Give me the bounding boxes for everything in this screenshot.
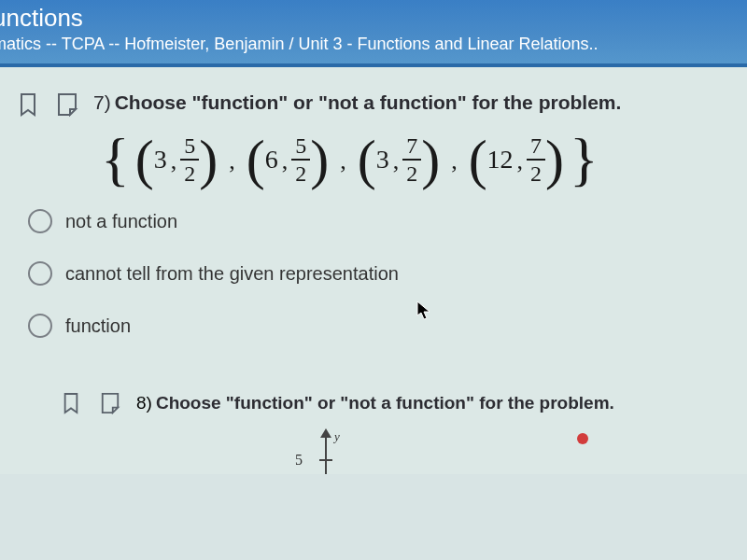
plot-point [577,433,588,444]
question-prompt: Choose "function" or "not a function" fo… [156,393,614,413]
option-label: not a function [65,211,177,232]
option-function[interactable]: function [28,314,738,338]
question-7-text: 7)Choose "function" or "not a function" … [93,91,621,114]
option-not-a-function[interactable]: not a function [28,209,738,233]
option-cannot-tell[interactable]: cannot tell from the given representatio… [28,261,738,286]
answer-options: not a function cannot tell from the give… [15,202,738,338]
axis-label: y [334,429,340,444]
ordered-pair-4: ( 12 , 72 ) [469,134,564,185]
bookmark-icon[interactable] [15,91,41,118]
option-label: function [65,315,131,337]
graph-axis-fragment: 5 y [15,431,738,474]
question-number: 7) [93,91,111,113]
question-prompt: Choose "function" or "not a function" fo… [115,91,622,113]
breadcrumb[interactable]: matics -- TCPA -- Hofmeister, Benjamin /… [0,33,747,54]
ordered-pair-3: ( 3 , 72 ) [358,134,440,185]
ordered-pair-2: ( 6 , 52 ) [247,134,329,185]
right-brace: } [570,139,599,181]
ordered-pair-1: ( 3 , 52 ) [135,134,218,185]
question-7: 7)Choose "function" or "not a function" … [15,91,738,338]
question-8-text: 8)Choose "function" or "not a function" … [136,393,614,413]
question-number: 8) [136,393,152,413]
content-area: 7)Choose "function" or "not a function" … [0,67,747,474]
radio-icon[interactable] [28,314,52,338]
bookmark-icon[interactable] [58,390,84,416]
y-axis [325,431,327,474]
radio-icon[interactable] [28,261,52,286]
note-icon[interactable] [54,91,80,118]
left-brace: { [101,139,130,181]
option-label: cannot tell from the given representatio… [65,263,399,285]
page-title: unctions [0,4,747,33]
tick-label: 5 [295,452,303,469]
question-8: 8)Choose "function" or "not a function" … [15,390,738,416]
note-icon[interactable] [97,390,123,416]
page-header: unctions matics -- TCPA -- Hofmeister, B… [0,0,747,67]
math-expression: { ( 3 , 52 ) , ( 6 , 52 ) , ( 3 , 72 [15,118,738,202]
radio-icon[interactable] [28,209,52,233]
axis-tick [319,459,332,461]
